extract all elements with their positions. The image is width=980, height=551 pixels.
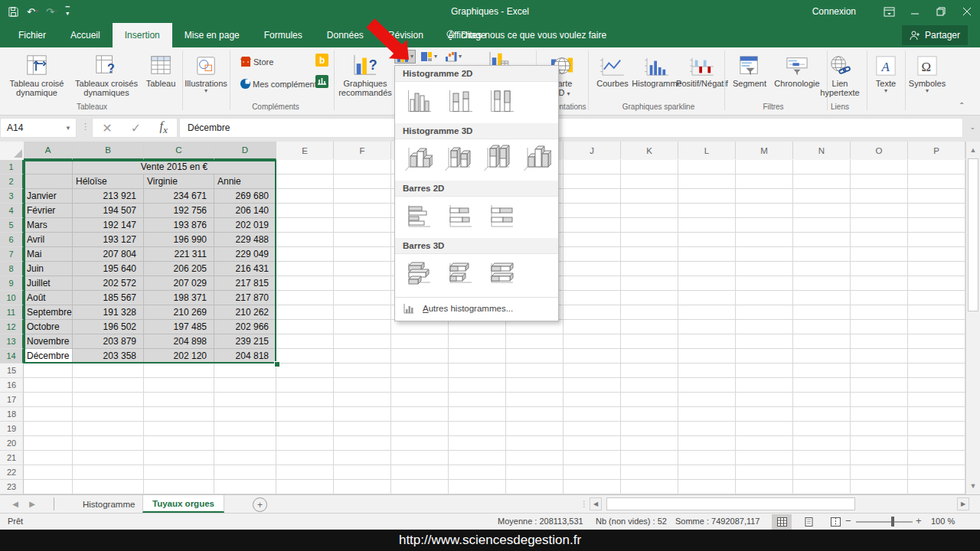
cell-M20[interactable]: [736, 436, 793, 451]
chart-type-col3d-stacked-icon[interactable]: [441, 143, 473, 175]
sparkline-winloss-button[interactable]: Positif/Négatif: [683, 49, 721, 88]
cell-J22[interactable]: [564, 465, 621, 480]
cell-C17[interactable]: [144, 393, 214, 407]
cell-F7[interactable]: [334, 247, 391, 262]
cell-P15[interactable]: [908, 364, 965, 378]
chart-type-bar3d-clustered-icon[interactable]: [401, 258, 435, 290]
cell-E11[interactable]: [276, 305, 334, 320]
cell-M3[interactable]: [736, 189, 793, 204]
cell-F5[interactable]: [334, 218, 391, 233]
cell-E13[interactable]: [276, 334, 334, 349]
share-button[interactable]: Partager: [902, 25, 968, 45]
illustrations-button[interactable]: Illustrations ▾: [187, 49, 225, 94]
cell-N22[interactable]: [793, 465, 851, 480]
cell-A19[interactable]: [24, 422, 73, 436]
zoom-out-icon[interactable]: −: [845, 516, 851, 527]
page-layout-view-icon[interactable]: [799, 514, 818, 530]
cell-M8[interactable]: [736, 262, 793, 276]
row-header-15[interactable]: 15: [0, 364, 24, 378]
cell-J23[interactable]: [564, 480, 621, 494]
cell-K12[interactable]: [621, 320, 678, 334]
cell-K11[interactable]: [621, 305, 678, 320]
cell-B22[interactable]: [73, 465, 144, 480]
cell-M12[interactable]: [736, 320, 793, 334]
cell-M4[interactable]: [736, 204, 793, 218]
expand-formula-bar-icon[interactable]: ⌄: [969, 123, 975, 131]
cell-O15[interactable]: [851, 364, 908, 378]
cell-K6[interactable]: [621, 233, 678, 247]
cell-H23[interactable]: [449, 480, 506, 494]
cell-E7[interactable]: [276, 247, 334, 262]
cell-O18[interactable]: [851, 407, 908, 422]
cell-D9[interactable]: 217 815: [214, 276, 276, 291]
column-header-N[interactable]: N: [793, 142, 851, 159]
cell-A3[interactable]: Janvier: [24, 189, 73, 204]
cell-M1[interactable]: [736, 160, 793, 174]
cell-E2[interactable]: [276, 174, 334, 189]
row-header-22[interactable]: 22: [0, 465, 24, 480]
cell-K3[interactable]: [621, 189, 678, 204]
cell-L3[interactable]: [678, 189, 736, 204]
cell-N1[interactable]: [793, 160, 851, 174]
cell-O19[interactable]: [851, 422, 908, 436]
cell-D15[interactable]: [214, 364, 276, 378]
cell-I23[interactable]: [506, 480, 564, 494]
cell-K16[interactable]: [621, 378, 678, 393]
cell-H22[interactable]: [449, 465, 506, 480]
scroll-left-icon[interactable]: ◀: [590, 497, 602, 510]
cell-M23[interactable]: [736, 480, 793, 494]
cell-B1[interactable]: Vente 2015 en €: [73, 160, 276, 174]
cell-C5[interactable]: 193 876: [144, 218, 214, 233]
cell-A11[interactable]: Septembre: [24, 305, 73, 320]
cell-E5[interactable]: [276, 218, 334, 233]
cell-P7[interactable]: [908, 247, 965, 262]
row-header-19[interactable]: 19: [0, 422, 24, 436]
row-header-13[interactable]: 13: [0, 334, 24, 349]
cell-I15[interactable]: [506, 364, 564, 378]
cell-E6[interactable]: [276, 233, 334, 247]
cell-N2[interactable]: [793, 174, 851, 189]
row-header-20[interactable]: 20: [0, 436, 24, 451]
cell-J17[interactable]: [564, 393, 621, 407]
cell-N20[interactable]: [793, 436, 851, 451]
cell-J15[interactable]: [564, 364, 621, 378]
cell-P6[interactable]: [908, 233, 965, 247]
hyperlink-button[interactable]: Lien hypertexte: [816, 49, 864, 97]
cell-J14[interactable]: [564, 349, 621, 364]
cell-O10[interactable]: [851, 291, 908, 305]
cell-L17[interactable]: [678, 393, 736, 407]
cell-B2[interactable]: Héloïse: [73, 174, 144, 189]
cell-A4[interactable]: Février: [24, 204, 73, 218]
cell-L16[interactable]: [678, 378, 736, 393]
cell-B9[interactable]: 202 572: [73, 276, 144, 291]
cell-K20[interactable]: [621, 436, 678, 451]
cell-E16[interactable]: [276, 378, 334, 393]
cell-K13[interactable]: [621, 334, 678, 349]
chart-type-bar3d-stacked-icon[interactable]: [443, 258, 476, 290]
cell-C22[interactable]: [144, 465, 214, 480]
cell-C23[interactable]: [144, 480, 214, 494]
cell-L2[interactable]: [678, 174, 736, 189]
cell-D6[interactable]: 229 488: [214, 233, 276, 247]
cell-E3[interactable]: [276, 189, 334, 204]
cell-N6[interactable]: [793, 233, 851, 247]
customize-qat-icon[interactable]: ▔▼: [65, 8, 70, 15]
cell-F16[interactable]: [334, 378, 391, 393]
cell-P19[interactable]: [908, 422, 965, 436]
cell-G22[interactable]: [391, 465, 449, 480]
cell-A15[interactable]: [24, 364, 73, 378]
cell-E21[interactable]: [276, 451, 334, 465]
row-header-12[interactable]: 12: [0, 320, 24, 334]
chart-type-col2d-100-icon[interactable]: [484, 86, 518, 118]
cell-B23[interactable]: [73, 480, 144, 494]
cell-C12[interactable]: 197 485: [144, 320, 214, 334]
cell-P1[interactable]: [908, 160, 965, 174]
chart-type-bar2d-100-icon[interactable]: [484, 201, 518, 233]
cell-C10[interactable]: 198 371: [144, 291, 214, 305]
my-addins-button[interactable]: Mes compléments ▾: [237, 77, 328, 91]
cell-E10[interactable]: [276, 291, 334, 305]
cell-B10[interactable]: 185 567: [73, 291, 144, 305]
cell-D14[interactable]: 204 818: [214, 349, 276, 364]
cell-L12[interactable]: [678, 320, 736, 334]
cell-N3[interactable]: [793, 189, 851, 204]
